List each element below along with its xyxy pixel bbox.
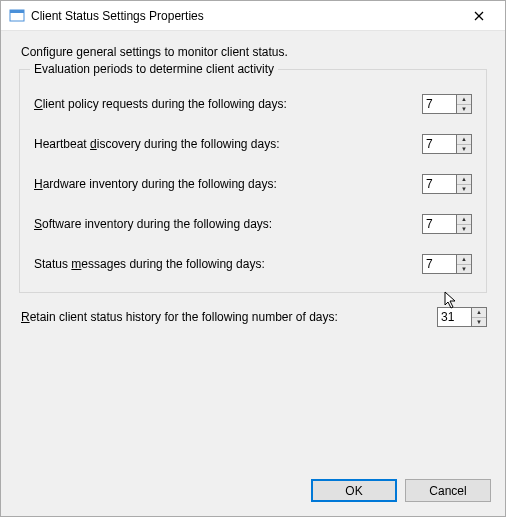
heartbeat-input[interactable] xyxy=(422,134,456,154)
software-spin-buttons: ▲ ▼ xyxy=(456,214,472,234)
hardware-spin-up[interactable]: ▲ xyxy=(457,175,471,184)
heartbeat-spin-down[interactable]: ▼ xyxy=(457,144,471,154)
svg-rect-1 xyxy=(10,10,24,13)
hardware-label-accel: H xyxy=(34,177,43,191)
hardware-input[interactable] xyxy=(422,174,456,194)
software-label: Software inventory during the following … xyxy=(34,217,422,231)
history-label-post: etain client status history for the foll… xyxy=(30,310,338,324)
status-spin-buttons: ▲ ▼ xyxy=(456,254,472,274)
policy-spin-up[interactable]: ▲ xyxy=(457,95,471,104)
status-label: Status messages during the following day… xyxy=(34,257,422,271)
heartbeat-label-post: iscovery during the following days: xyxy=(97,137,280,151)
software-row: Software inventory during the following … xyxy=(34,214,472,234)
intro-text: Configure general settings to monitor cl… xyxy=(21,45,487,59)
history-label-accel: R xyxy=(21,310,30,324)
heartbeat-spinner: ▲ ▼ xyxy=(422,134,472,154)
history-spinner: ▲ ▼ xyxy=(437,307,487,327)
close-icon xyxy=(474,11,484,21)
history-spin-down[interactable]: ▼ xyxy=(472,317,486,327)
policy-label-accel: C xyxy=(34,97,43,111)
titlebar: Client Status Settings Properties xyxy=(1,1,505,31)
software-input[interactable] xyxy=(422,214,456,234)
status-row: Status messages during the following day… xyxy=(34,254,472,274)
dialog-content: Configure general settings to monitor cl… xyxy=(1,31,505,469)
groupbox-legend: Evaluation periods to determine client a… xyxy=(30,62,278,76)
policy-spin-down[interactable]: ▼ xyxy=(457,104,471,114)
button-row: OK Cancel xyxy=(1,469,505,516)
status-spinner: ▲ ▼ xyxy=(422,254,472,274)
heartbeat-spin-up[interactable]: ▲ xyxy=(457,135,471,144)
close-button[interactable] xyxy=(459,2,499,30)
status-spin-down[interactable]: ▼ xyxy=(457,264,471,274)
heartbeat-label: Heartbeat discovery during the following… xyxy=(34,137,422,151)
hardware-spin-buttons: ▲ ▼ xyxy=(456,174,472,194)
history-row: Retain client status history for the fol… xyxy=(21,307,487,327)
heartbeat-label-pre: Heartbeat xyxy=(34,137,90,151)
status-spin-up[interactable]: ▲ xyxy=(457,255,471,264)
hardware-row: Hardware inventory during the following … xyxy=(34,174,472,194)
heartbeat-label-accel: d xyxy=(90,137,97,151)
policy-input[interactable] xyxy=(422,94,456,114)
window-title: Client Status Settings Properties xyxy=(31,9,459,23)
status-label-pre: Status xyxy=(34,257,71,271)
status-input[interactable] xyxy=(422,254,456,274)
heartbeat-spin-buttons: ▲ ▼ xyxy=(456,134,472,154)
software-label-post: oftware inventory during the following d… xyxy=(42,217,272,231)
heartbeat-row: Heartbeat discovery during the following… xyxy=(34,134,472,154)
hardware-spin-down[interactable]: ▼ xyxy=(457,184,471,194)
hardware-spinner: ▲ ▼ xyxy=(422,174,472,194)
hardware-label-post: ardware inventory during the following d… xyxy=(43,177,277,191)
history-spin-up[interactable]: ▲ xyxy=(472,308,486,317)
app-icon xyxy=(9,8,25,24)
policy-spinner: ▲ ▼ xyxy=(422,94,472,114)
status-label-post: essages during the following days: xyxy=(81,257,264,271)
history-spin-buttons: ▲ ▼ xyxy=(471,307,487,327)
status-label-accel: m xyxy=(71,257,81,271)
history-label: Retain client status history for the fol… xyxy=(21,310,437,324)
dialog-window: Client Status Settings Properties Config… xyxy=(0,0,506,517)
software-spinner: ▲ ▼ xyxy=(422,214,472,234)
software-spin-down[interactable]: ▼ xyxy=(457,224,471,234)
policy-row: Client policy requests during the follow… xyxy=(34,94,472,114)
evaluation-groupbox: Evaluation periods to determine client a… xyxy=(19,69,487,293)
software-spin-up[interactable]: ▲ xyxy=(457,215,471,224)
policy-label-post: lient policy requests during the followi… xyxy=(43,97,287,111)
policy-spin-buttons: ▲ ▼ xyxy=(456,94,472,114)
hardware-label: Hardware inventory during the following … xyxy=(34,177,422,191)
ok-button[interactable]: OK xyxy=(311,479,397,502)
history-input[interactable] xyxy=(437,307,471,327)
software-label-accel: S xyxy=(34,217,42,231)
policy-label: Client policy requests during the follow… xyxy=(34,97,422,111)
cancel-button[interactable]: Cancel xyxy=(405,479,491,502)
